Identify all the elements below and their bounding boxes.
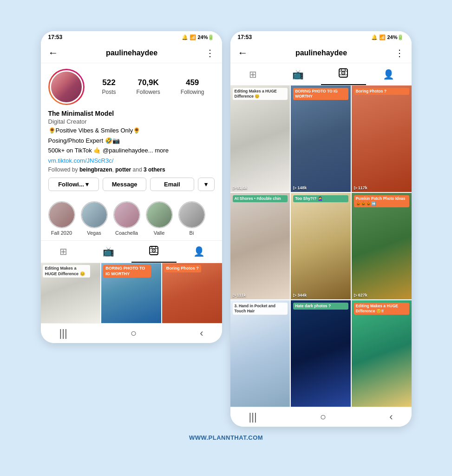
tab-grid-2[interactable]: ⊞ xyxy=(230,63,276,85)
profile-link-url-1[interactable]: vm.tiktok.com/JNScR3c/ xyxy=(48,157,114,164)
grid-item-2[interactable]: BORING PHOTO TO IG WORTHY xyxy=(101,263,161,323)
reel-views-5: ▷ 344k xyxy=(293,293,307,298)
highlight-fall2020[interactable]: Fall 2020 xyxy=(48,201,75,236)
nav-bar-2: ||| ○ ‹ xyxy=(230,407,412,427)
reel-views-3: ▷ 117k xyxy=(354,185,367,190)
highlight-valle[interactable]: Valle xyxy=(146,201,173,236)
nav-home-1[interactable]: ○ xyxy=(131,327,137,339)
grid-icon-1: ⊞ xyxy=(59,246,67,257)
profile-link-1[interactable]: vm.tiktok.com/JNScR3c/ xyxy=(48,156,215,165)
profile-name-1: The Minimalist Model xyxy=(48,110,215,117)
following-button-1[interactable]: Followi... ▾ xyxy=(48,178,99,191)
reel-views-2: ▷ 148k xyxy=(293,185,307,190)
more-button-2[interactable]: ⋮ xyxy=(395,47,404,59)
reels-icon-2 xyxy=(338,68,348,80)
tab-grid-1[interactable]: ⊞ xyxy=(41,241,86,263)
header-2: ← paulinehaydee ⋮ xyxy=(230,43,412,63)
reels-icon-1 xyxy=(149,245,159,258)
highlight-bi[interactable]: Bi xyxy=(178,201,205,236)
grid-item-1[interactable]: Editing Makes a HUGE Difference 😊 xyxy=(41,263,101,323)
status-icons-1: 🔔 📶 24%🔋 xyxy=(182,34,214,40)
nav-back-2[interactable]: ‹ xyxy=(389,411,393,423)
status-bar-1: 17:53 🔔 📶 24%🔋 xyxy=(41,31,222,43)
reel-item-4[interactable]: At Shores • #double chin ▷ 111k xyxy=(230,193,290,299)
reel-item-9[interactable]: Editing Makes a HUGE Difference 😊‼️ xyxy=(352,300,412,407)
stats-1: 522 Posts 70,9K Followers 459 Following xyxy=(92,78,215,96)
reel-views-6: ▷ 627k xyxy=(354,293,367,298)
views-count-3: 117k xyxy=(358,185,367,190)
highlight-img-2 xyxy=(82,202,107,227)
tagged-icon-1: 👤 xyxy=(193,246,205,257)
reel-label-2: BORING PHOTO TO IG WORTHY xyxy=(293,88,348,100)
grid-item-3[interactable]: Boring Photos ? xyxy=(162,263,222,323)
username-2: paulinehaydee xyxy=(295,49,347,57)
svg-point-2 xyxy=(153,250,154,251)
phone-2: 17:53 🔔 📶 24%🔋 ← paulinehaydee ⋮ ⊞ 📺 xyxy=(230,31,412,426)
tab-reels-2[interactable] xyxy=(321,63,367,85)
reel-item-2[interactable]: BORING PHOTO TO IG WORTHY ▷ 148k xyxy=(291,86,351,192)
status-icons-2: 🔔 📶 24%🔋 xyxy=(371,34,404,40)
reel-item-1[interactable]: Editing Makes a HUGE Difference 😊 ▷ 91,4… xyxy=(230,86,290,192)
phones-container: 17:53 🔔 📶 24%🔋 ← paulinehaydee ⋮ xyxy=(41,31,412,426)
views-count-5: 344k xyxy=(297,293,307,298)
reel-item-3[interactable]: Boring Photos ? ▷ 117k xyxy=(352,86,412,192)
stat-followers-1: 70,9K Followers xyxy=(136,78,160,96)
reel-label-8: Hate dark photos ? xyxy=(293,303,348,310)
more-button-1[interactable]: ⋮ xyxy=(205,47,215,59)
play-icon-2: ▷ xyxy=(293,185,296,190)
stat-following-1: 459 Following xyxy=(181,78,204,96)
play-icon-3: ▷ xyxy=(354,185,357,190)
tab-bar-1: ⊞ 📺 👤 xyxy=(41,241,222,263)
dropdown-button-1[interactable]: ▾ xyxy=(198,178,215,191)
message-button-1[interactable]: Message xyxy=(103,178,146,191)
tab-tagged-2[interactable]: 👤 xyxy=(366,63,412,85)
reel-views-4: ▷ 111k xyxy=(233,293,246,298)
tab-tv-1[interactable]: 📺 xyxy=(86,241,131,263)
nav-lines-1[interactable]: ||| xyxy=(59,327,67,339)
reel-label-4: At Shores • #double chin xyxy=(233,195,288,202)
following-label-1: Following xyxy=(181,89,204,95)
highlight-img-1 xyxy=(49,202,74,227)
play-icon-5: ▷ xyxy=(293,293,296,298)
stat-posts-1: 522 Posts xyxy=(102,78,116,96)
tv-icon-2: 📺 xyxy=(292,69,304,80)
play-icon-1: ▷ xyxy=(233,185,236,190)
tagged-icon-2: 👤 xyxy=(383,69,394,80)
grid-overlay-1: Editing Makes a HUGE Difference 😊 xyxy=(43,265,99,278)
nav-lines-2[interactable]: ||| xyxy=(249,411,257,423)
highlight-img-4 xyxy=(147,202,172,227)
views-count-6: 627k xyxy=(358,293,367,298)
reel-item-5[interactable]: Too Shy?!? 🤦‍♀️ ▷ 344k xyxy=(291,193,351,299)
profile-followed-1: Followed by beingbrazen, potter and 3 ot… xyxy=(48,166,215,173)
tab-reels-1[interactable] xyxy=(131,241,177,263)
email-button-1[interactable]: Email xyxy=(150,178,194,191)
back-button-2[interactable]: ← xyxy=(238,47,248,59)
highlight-coachella[interactable]: Coachella xyxy=(113,201,140,236)
highlight-img-3 xyxy=(114,202,139,227)
highlight-label-5: Bi xyxy=(190,230,194,236)
tab-tagged-1[interactable]: 👤 xyxy=(177,241,222,263)
highlight-label-2: Vegas xyxy=(87,230,101,236)
reel-item-6[interactable]: Pumkin Patch Photo Ideas 🎃🎃🎃➡️ ▷ 627k xyxy=(352,193,412,299)
username-1: paulinehaydee xyxy=(106,49,157,57)
play-icon-4: ▷ xyxy=(233,293,236,298)
reels-grid-2: Editing Makes a HUGE Difference 😊 ▷ 91,4… xyxy=(230,86,412,406)
back-button-1[interactable]: ← xyxy=(48,47,59,59)
highlight-label-4: Valle xyxy=(154,230,165,236)
photo-grid-1: Editing Makes a HUGE Difference 😊 BORING… xyxy=(41,263,222,323)
tab-tv-2[interactable]: 📺 xyxy=(275,63,321,85)
nav-home-2[interactable]: ○ xyxy=(320,411,326,423)
time-1: 17:53 xyxy=(48,34,63,40)
bottom-label: WWW.PLANNTHAT.COM xyxy=(189,427,263,445)
following-number-1: 459 xyxy=(181,78,204,87)
avatar-1[interactable] xyxy=(48,69,85,105)
nav-back-1[interactable]: ‹ xyxy=(200,327,203,339)
nav-bar-1: ||| ○ ‹ xyxy=(41,323,222,343)
time-2: 17:53 xyxy=(238,34,252,40)
reel-item-8[interactable]: Hate dark photos ? xyxy=(291,300,351,407)
reel-item-7[interactable]: 3. Hand in Pocket and Touch Hair xyxy=(230,300,290,407)
highlight-vegas[interactable]: Vegas xyxy=(81,201,108,236)
header-1: ← paulinehaydee ⋮ xyxy=(41,43,222,63)
profile-bio-line1-1: 🌻Positive Vibes & Smiles Only🌻 xyxy=(48,126,215,135)
profile-bio-line3-1: 500k+ on TikTok 🤙 @paulinehaydee... more xyxy=(48,146,215,155)
